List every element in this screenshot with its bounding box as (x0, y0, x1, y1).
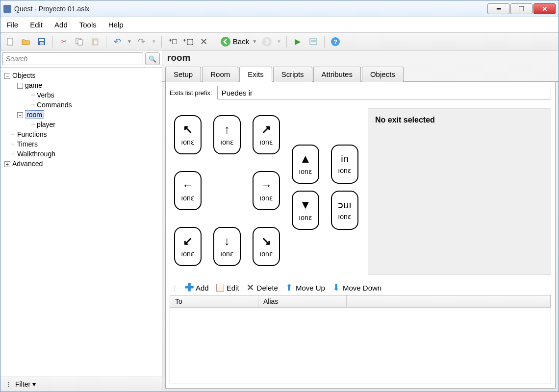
compass-grid: ↖ıonɛ ↑ıonɛ ↗ıonɛ ←ıonɛ →ıonɛ ▲ıonɛ ▼ıon… (170, 108, 363, 275)
back-dropdown[interactable]: ▼ (252, 39, 257, 44)
menu-help[interactable]: Help (108, 21, 124, 29)
menu-file[interactable]: File (6, 21, 18, 29)
svg-text:?: ? (333, 38, 337, 46)
search-input[interactable] (2, 52, 143, 65)
tree-timers[interactable]: ┈ Timers (2, 139, 160, 149)
page-title: room (162, 50, 559, 66)
back-icon (220, 36, 231, 47)
window-title: Quest - Proyecto 01.aslx (14, 5, 487, 13)
close-button[interactable]: ✕ (534, 3, 556, 14)
tab-content-exits: Exits list prefix: ↖ıonɛ ↑ıonɛ ↗ıonɛ ←ıo… (165, 82, 556, 389)
delete-icon: ✕ (246, 283, 255, 292)
exit-out[interactable]: ɔuııonɛ (331, 191, 358, 230)
undo-dropdown[interactable]: ▼ (127, 39, 132, 44)
exit-northeast[interactable]: ↗ıonɛ (253, 115, 280, 154)
col-alias[interactable]: Alias (258, 295, 347, 307)
exit-down[interactable]: ▼ıonɛ (292, 191, 319, 230)
tree-functions[interactable]: ┈ Functions (2, 129, 160, 139)
help-button[interactable]: ? (330, 36, 341, 48)
tree-game[interactable]: −game (2, 80, 160, 90)
tab-room[interactable]: Room (202, 67, 238, 82)
save-button[interactable] (36, 36, 48, 48)
exit-northwest[interactable]: ↖ıonɛ (174, 115, 202, 154)
back-button[interactable]: Back ▼ (220, 36, 257, 47)
undo-button[interactable]: ↶ (111, 36, 123, 48)
object-tree: −Objects −game ┈ Verbs ┈ Commands −room … (0, 68, 162, 376)
exits-table: To Alias (170, 295, 551, 384)
redo-dropdown: ▼ (152, 39, 156, 44)
exit-west[interactable]: ←ıonɛ (174, 171, 202, 210)
app-icon (3, 5, 11, 13)
delete-exit-button[interactable]: ✕Delete (246, 283, 278, 292)
tab-setup[interactable]: Setup (165, 67, 201, 82)
maximize-button[interactable]: ☐ (510, 3, 533, 14)
exit-in[interactable]: inıonɛ (331, 145, 358, 184)
exit-east[interactable]: →ıonɛ (253, 171, 280, 210)
table-body[interactable] (170, 308, 551, 384)
svg-rect-3 (40, 42, 44, 45)
app-window: Quest - Proyecto 01.aslx ━ ☐ ✕ File Edit… (0, 0, 559, 392)
add-page-button[interactable]: ⁺▢ (182, 36, 194, 48)
paste-button (89, 36, 101, 48)
tree-verbs[interactable]: ┈ Verbs (2, 90, 160, 100)
tabs: Setup Room Exits Scripts Attributes Obje… (162, 66, 559, 82)
exit-up[interactable]: ▲ıonɛ (292, 145, 319, 184)
tree-player[interactable]: ┈ player (2, 120, 160, 129)
exit-southwest[interactable]: ↙ıonɛ (174, 227, 202, 266)
open-file-button[interactable] (20, 36, 32, 48)
add-object-button[interactable]: ⁺□ (167, 36, 178, 48)
filter-button[interactable]: ⋮ Filter ▾ (0, 376, 162, 392)
minimize-button[interactable]: ━ (487, 3, 509, 14)
plus-icon: ✚ (185, 283, 194, 292)
tree-walkthrough[interactable]: ┈ Walkthrough (2, 149, 160, 159)
exit-southeast[interactable]: ↘ıonɛ (253, 227, 280, 266)
exit-south[interactable]: ↓ıonɛ (213, 227, 241, 266)
titlebar: Quest - Proyecto 01.aslx ━ ☐ ✕ (0, 0, 559, 17)
edit-icon (216, 283, 225, 292)
tab-exits[interactable]: Exits (239, 67, 272, 82)
exit-north[interactable]: ↑ıonɛ (213, 115, 241, 154)
menubar: File Edit Add Tools Help (0, 17, 559, 33)
menu-add[interactable]: Add (54, 21, 68, 29)
col-to[interactable]: To (170, 295, 258, 307)
delete-button[interactable]: ✕ (198, 36, 210, 48)
sidebar: 🔍 −Objects −game ┈ Verbs ┈ Commands −roo… (0, 50, 162, 392)
toolbar: ✂ ↶ ▼ ↷ ▼ ⁺□ ⁺▢ ✕ Back ▼ ▼ ▶ ? (0, 33, 559, 50)
tree-objects[interactable]: −Objects (2, 71, 160, 80)
menu-tools[interactable]: Tools (79, 21, 97, 29)
copy-button[interactable] (74, 36, 85, 48)
search-button[interactable]: 🔍 (145, 52, 160, 65)
svg-rect-2 (39, 39, 44, 41)
redo-button: ↷ (136, 36, 148, 48)
tree-advanced[interactable]: +Advanced (2, 159, 160, 169)
svg-point-9 (262, 37, 272, 47)
arrow-down-icon: ⬇ (332, 283, 341, 292)
tab-attributes[interactable]: Attributes (313, 67, 361, 82)
move-up-button[interactable]: ⬆Move Up (285, 283, 325, 292)
main-panel: room Setup Room Exits Scripts Attributes… (162, 50, 559, 392)
forward-button (261, 36, 273, 48)
arrow-up-icon: ⬆ (285, 283, 294, 292)
edit-exit-button[interactable]: Edit (216, 283, 239, 292)
tree-commands[interactable]: ┈ Commands (2, 100, 160, 110)
svg-rect-7 (94, 40, 98, 45)
exits-prefix-input[interactable] (217, 86, 551, 99)
exit-actions: ⋮ ✚Add Edit ✕Delete ⬆Move Up ⬇Move Down (170, 280, 551, 295)
script-button[interactable] (307, 36, 319, 48)
menu-edit[interactable]: Edit (30, 21, 43, 29)
cut-button[interactable]: ✂ (58, 36, 70, 48)
svg-point-8 (221, 37, 230, 47)
tree-room[interactable]: −room (2, 110, 160, 120)
table-header: To Alias (170, 295, 551, 308)
add-exit-button[interactable]: ✚Add (185, 283, 209, 292)
tab-scripts[interactable]: Scripts (273, 67, 312, 82)
tab-objects[interactable]: Objects (362, 67, 404, 82)
play-button[interactable]: ▶ (292, 36, 304, 48)
svg-rect-5 (78, 40, 82, 45)
body-area: 🔍 −Objects −game ┈ Verbs ┈ Commands −roo… (0, 50, 559, 392)
forward-dropdown: ▼ (277, 39, 281, 44)
exits-prefix-label: Exits list prefix: (170, 89, 212, 97)
new-file-button[interactable] (4, 36, 16, 48)
move-down-button[interactable]: ⬇Move Down (332, 283, 381, 292)
exit-detail-panel: No exit selected (368, 108, 551, 275)
